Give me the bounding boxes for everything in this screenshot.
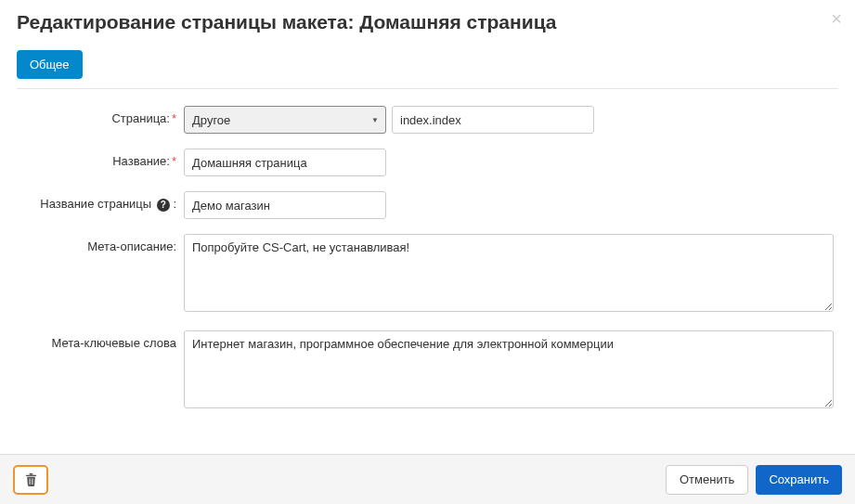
meta-keywords-textarea[interactable]: Интернет магазин, программное обеспечени…: [184, 330, 834, 408]
label-page: Страница:*: [17, 106, 184, 125]
close-icon[interactable]: ×: [831, 9, 842, 28]
modal-header: Редактирование страницы макета: Домашняя…: [0, 0, 855, 50]
modal-body: Общее Страница:* Другое Название:* Назва…: [0, 50, 855, 457]
required-mark: *: [172, 154, 176, 168]
save-button[interactable]: Сохранить: [756, 465, 842, 495]
tab-general[interactable]: Общее: [17, 50, 83, 79]
row-meta-desc: Мета-описание: Попробуйте CS-Cart, не ус…: [17, 234, 838, 312]
page-select-wrapper: Другое: [184, 106, 386, 134]
modal-footer: Отменить Сохранить: [0, 454, 855, 504]
page-title-input[interactable]: [184, 191, 386, 219]
row-meta-keywords: Мета-ключевые слова Интернет магазин, пр…: [17, 330, 838, 408]
label-name: Название:*: [17, 149, 184, 168]
cancel-button[interactable]: Отменить: [666, 465, 748, 495]
dispatch-input[interactable]: [392, 106, 594, 134]
help-icon[interactable]: ?: [157, 199, 170, 212]
label-meta-desc: Мета-описание:: [17, 234, 184, 253]
tabs-container: Общее: [17, 50, 838, 89]
label-page-title: Название страницы ? :: [17, 191, 184, 212]
row-page: Страница:* Другое: [17, 106, 838, 134]
row-page-title: Название страницы ? :: [17, 191, 838, 219]
delete-button[interactable]: [13, 465, 48, 495]
meta-desc-textarea[interactable]: Попробуйте CS-Cart, не устанавливая!: [184, 234, 834, 312]
name-input[interactable]: [184, 149, 386, 176]
label-meta-keywords: Мета-ключевые слова: [17, 330, 184, 350]
trash-icon: [25, 472, 37, 486]
modal-title: Редактирование страницы макета: Домашняя…: [17, 11, 838, 33]
page-select[interactable]: Другое: [184, 106, 386, 134]
required-mark: *: [172, 111, 176, 125]
row-name: Название:*: [17, 149, 838, 176]
